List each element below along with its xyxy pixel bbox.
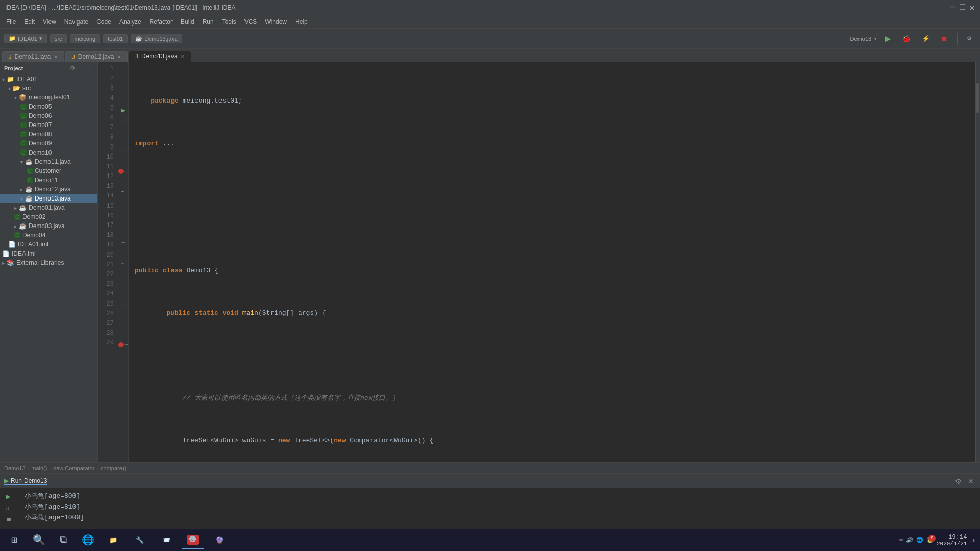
run-play-btn[interactable]: ▶: [6, 491, 14, 503]
collapse-icon[interactable]: ─: [121, 302, 125, 307]
window-controls[interactable]: ─ □ ✕: [950, 2, 975, 13]
sidebar-item-demo04[interactable]: C Demo04: [0, 231, 97, 240]
collapse-icon[interactable]: ─: [121, 118, 125, 123]
breakpoint-icon[interactable]: [118, 342, 124, 347]
collapse-icon[interactable]: ─: [125, 342, 128, 348]
taskbar-app2[interactable]: 📨: [155, 531, 178, 549]
close-icon[interactable]: ✕: [969, 2, 975, 13]
collapse-icon[interactable]: ─: [121, 240, 125, 246]
tab-close-demo12[interactable]: ✕: [117, 54, 121, 60]
code-content[interactable]: package meicong.test01; import ... publi…: [129, 62, 980, 462]
scrollbar-thumb[interactable]: [976, 83, 979, 113]
gutter-6[interactable]: ─: [118, 115, 128, 126]
gutter-9[interactable]: ─: [118, 146, 128, 156]
menu-navigate[interactable]: Navigate: [60, 15, 92, 28]
menu-build[interactable]: Build: [177, 15, 199, 28]
sidebar-item-demo07[interactable]: C Demo07: [0, 120, 97, 130]
sidebar-item-demo10[interactable]: C Demo10: [0, 148, 97, 157]
stop-button[interactable]: ⏹: [937, 34, 952, 43]
tab-close-demo13[interactable]: ✕: [181, 54, 185, 59]
sidebar-item-demo13-java[interactable]: ▾ ☕ Demo13.java: [0, 194, 97, 203]
src-btn[interactable]: src: [50, 34, 67, 43]
search-button[interactable]: 🔍: [29, 531, 49, 549]
menu-code[interactable]: Code: [92, 15, 115, 28]
tab-demo12[interactable]: J Demo12.java ✕: [65, 51, 128, 62]
sidebar-collapse-icon[interactable]: ≡: [78, 64, 84, 72]
sidebar-item-demo06[interactable]: C Demo06: [0, 111, 97, 120]
tray-icon-notification[interactable]: 🐍9: [926, 537, 934, 543]
edge-browser[interactable]: 🌐: [78, 531, 98, 549]
taskbar-file-explorer[interactable]: 📁: [102, 531, 125, 549]
menu-analyze[interactable]: Analyze: [115, 15, 145, 28]
gutter-11[interactable]: ─: [118, 166, 128, 177]
menu-file[interactable]: File: [2, 15, 20, 28]
menu-refactor[interactable]: Refactor: [145, 15, 177, 28]
taskbar-app1[interactable]: 🔧: [129, 531, 151, 549]
gutter-18[interactable]: ─: [118, 238, 128, 248]
menu-run[interactable]: Run: [199, 15, 218, 28]
gutter-28[interactable]: ─: [118, 340, 128, 350]
sidebar-item-demo11-java[interactable]: ▾ ☕ Demo11.java: [0, 157, 97, 166]
run-panel-close-icon[interactable]: ✕: [966, 476, 976, 486]
sidebar-item-demo09[interactable]: C Demo09: [0, 139, 97, 148]
debug-button[interactable]: 🐞: [898, 34, 915, 44]
menu-window[interactable]: Window: [261, 15, 291, 28]
menu-vcs[interactable]: VCS: [240, 15, 261, 28]
run-stop-btn[interactable]: ⏹: [6, 516, 14, 525]
collapse-icon[interactable]: ─: [125, 169, 128, 174]
project-dropdown[interactable]: 📁 IDEA01 ▾: [4, 34, 47, 43]
sidebar-item-demo03[interactable]: ▸ ☕ Demo03.java: [0, 221, 97, 231]
run-tab[interactable]: ▶ Run Demo13: [4, 477, 47, 485]
tab-close-demo11[interactable]: ✕: [54, 54, 58, 60]
breadcrumb-item-1[interactable]: Demo13: [4, 465, 26, 471]
sidebar-item-idea01-iml[interactable]: 📄 IDEA01.iml: [0, 240, 97, 249]
run-button[interactable]: ▶: [880, 33, 895, 44]
run-gutter-icon[interactable]: ▶: [121, 107, 125, 114]
sidebar-item-meicong[interactable]: ▾ 📦 meicong.test01: [0, 93, 97, 102]
sidebar-settings-icon[interactable]: ⋮: [85, 64, 93, 72]
breadcrumb-item-3[interactable]: new Comparator: [53, 465, 94, 471]
gutter-13[interactable]: ╸: [118, 187, 128, 197]
breakpoint-icon[interactable]: [118, 169, 124, 174]
collapse-icon[interactable]: ─: [121, 148, 125, 154]
tray-icon-1[interactable]: ⌨: [899, 537, 903, 543]
sidebar-gear-icon[interactable]: ⚙: [68, 64, 77, 72]
menu-view[interactable]: View: [39, 15, 60, 28]
run-rerun-btn[interactable]: ↺: [6, 505, 14, 514]
sidebar-item-src[interactable]: ▾ 📂 src: [0, 84, 97, 93]
sidebar-item-demo11[interactable]: C Demo11: [0, 176, 97, 185]
collapse-icon[interactable]: ╸: [121, 189, 125, 195]
tray-icon-2[interactable]: 🔊: [906, 537, 913, 543]
gutter-5[interactable]: ▶: [118, 105, 128, 115]
start-button[interactable]: ⊞: [4, 531, 24, 549]
tray-icon-3[interactable]: 🌐: [916, 537, 923, 543]
sidebar-item-idea01[interactable]: ▾ 📁 IDEA01: [0, 74, 97, 84]
tab-demo11[interactable]: J Demo11.java ✕: [2, 51, 64, 62]
sidebar-item-idea-iml[interactable]: 📄 IDEA.iml: [0, 249, 97, 258]
sidebar-item-demo08[interactable]: C Demo08: [0, 130, 97, 139]
maximize-icon[interactable]: □: [960, 2, 965, 13]
breadcrumb-item-4[interactable]: compare(): [101, 465, 126, 471]
taskbar-app3[interactable]: 🅙: [182, 531, 204, 549]
menu-tools[interactable]: Tools: [218, 15, 240, 28]
sidebar-item-external-libraries[interactable]: ▸ 📚 External Libraries: [0, 258, 97, 267]
taskview-button[interactable]: ⧉: [53, 531, 74, 549]
breadcrumb-item-2[interactable]: main(): [31, 465, 47, 471]
settings-button[interactable]: ⚙: [963, 34, 976, 43]
test01-btn[interactable]: test01: [103, 34, 128, 43]
menu-edit[interactable]: Edit: [20, 15, 39, 28]
sidebar-item-demo01[interactable]: ▸ ☕ Demo01.java: [0, 203, 97, 212]
menu-help[interactable]: Help: [291, 15, 312, 28]
minimize-icon[interactable]: ─: [950, 2, 956, 13]
sidebar-item-demo12-java[interactable]: ▸ ☕ Demo12.java: [0, 185, 97, 194]
gutter-20[interactable]: ╸: [118, 258, 128, 268]
demo13-btn[interactable]: ☕ Demo13.java: [131, 34, 182, 43]
sidebar-item-demo05[interactable]: C Demo05: [0, 102, 97, 111]
gutter-24[interactable]: ─: [118, 299, 128, 309]
show-desktop-btn[interactable]: ▯: [970, 537, 976, 543]
editor[interactable]: 12345 678910 1112131415 1617181920 21222…: [98, 62, 980, 462]
taskbar-app4[interactable]: 🔮: [208, 531, 231, 549]
collapse-icon[interactable]: ╸: [121, 260, 125, 266]
scrollbar-v[interactable]: [976, 62, 980, 462]
sidebar-item-demo02[interactable]: C Demo02: [0, 212, 97, 221]
